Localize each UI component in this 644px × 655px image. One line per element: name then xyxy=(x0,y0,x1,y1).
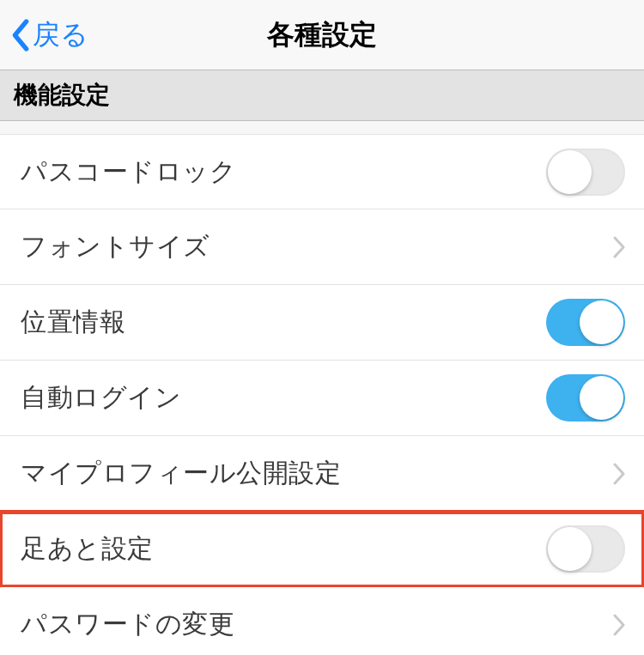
nav-bar: 戻る 各種設定 xyxy=(0,0,644,70)
row-label: 自動ログイン xyxy=(21,380,181,415)
row-location[interactable]: 位置情報 xyxy=(0,285,644,361)
row-auto-login[interactable]: 自動ログイン xyxy=(0,361,644,436)
page-title: 各種設定 xyxy=(267,16,377,54)
row-label: パスコードロック xyxy=(21,155,236,190)
chevron-left-icon xyxy=(9,18,33,52)
chevron-right-icon xyxy=(613,614,625,636)
row-label: マイプロフィール公開設定 xyxy=(21,456,341,491)
auto-login-toggle[interactable] xyxy=(546,374,625,422)
row-label: フォントサイズ xyxy=(21,229,210,264)
passcode-lock-toggle[interactable] xyxy=(546,149,625,196)
row-font-size[interactable]: フォントサイズ xyxy=(0,209,644,285)
chevron-right-icon xyxy=(613,463,625,485)
row-label: 足あと設定 xyxy=(21,531,154,567)
back-button[interactable]: 戻る xyxy=(9,16,88,54)
row-footprint-setting[interactable]: 足あと設定 xyxy=(0,512,644,587)
row-label: パスワードの変更 xyxy=(21,607,234,642)
row-passcode-lock[interactable]: パスコードロック xyxy=(0,134,644,209)
location-toggle[interactable] xyxy=(546,299,625,346)
back-label: 戻る xyxy=(33,16,88,54)
footprint-toggle[interactable] xyxy=(546,525,625,573)
row-change-password[interactable]: パスワードの変更 xyxy=(0,587,644,655)
row-profile-visibility[interactable]: マイプロフィール公開設定 xyxy=(0,436,644,512)
chevron-right-icon xyxy=(613,236,625,258)
section-header: 機能設定 xyxy=(0,70,644,121)
row-label: 位置情報 xyxy=(21,305,125,340)
